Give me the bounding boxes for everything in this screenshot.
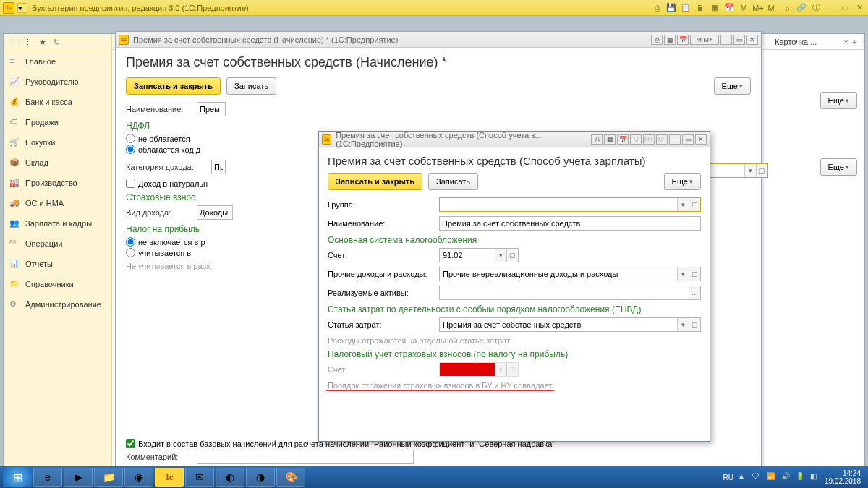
sidebar-item-manager[interactable]: 📈Руководителю bbox=[4, 72, 111, 92]
star-icon[interactable]: ★ bbox=[39, 38, 46, 47]
more-button-right2[interactable]: Еще bbox=[820, 158, 857, 176]
other-income-value[interactable]: Прочие внереализационные доходы и расход… bbox=[440, 270, 677, 278]
print-icon[interactable]: ⎙ bbox=[651, 2, 663, 14]
tray-shield-icon[interactable]: 🛡 bbox=[752, 472, 762, 482]
sidebar-item-assets[interactable]: 🚚ОС и НМА bbox=[4, 193, 111, 213]
table-icon[interactable]: ▦ bbox=[664, 35, 676, 45]
more-button[interactable]: Еще bbox=[714, 77, 751, 95]
sidebar-item-salary[interactable]: 👥Зарплата и кадры bbox=[4, 213, 111, 234]
tray-flag-icon[interactable]: ▲ bbox=[738, 472, 748, 482]
tab-close-icon[interactable]: × bbox=[843, 38, 848, 46]
save-icon[interactable]: 💾 bbox=[665, 2, 677, 14]
task-paint[interactable]: 🎨 bbox=[276, 468, 305, 487]
open-icon[interactable]: ▢ bbox=[689, 318, 700, 331]
m-buttons[interactable]: M M+ bbox=[690, 35, 719, 45]
table-icon[interactable]: ▦ bbox=[604, 134, 616, 145]
tray-battery-icon[interactable]: 🔋 bbox=[796, 472, 806, 482]
sidebar-item-operations[interactable]: ᴬᴷОперации bbox=[4, 234, 111, 254]
task-outlook[interactable]: ✉ bbox=[185, 468, 214, 487]
table-icon[interactable]: ▦ bbox=[709, 2, 720, 14]
sidebar-item-sales[interactable]: 🏷Продажи bbox=[4, 112, 111, 132]
sidebar-item-warehouse[interactable]: 📦Склад bbox=[4, 153, 111, 173]
save-close-button[interactable]: Записать и закрыть bbox=[126, 77, 221, 95]
print-icon[interactable]: ⎙ bbox=[591, 134, 603, 145]
restore-icon[interactable]: ▭ bbox=[839, 2, 851, 14]
task-1c[interactable]: 1c bbox=[155, 468, 184, 487]
save-button[interactable]: Записать bbox=[226, 77, 276, 95]
calendar-icon[interactable]: 📅 bbox=[617, 134, 629, 145]
down-arrow-icon[interactable]: ▾ bbox=[17, 3, 27, 13]
account2-label: Счет: bbox=[328, 365, 435, 374]
task-media[interactable]: ▶ bbox=[64, 468, 93, 487]
task-app2[interactable]: ◑ bbox=[246, 468, 275, 487]
start-button[interactable]: ⊞ bbox=[3, 467, 32, 487]
tray-network-icon[interactable]: 📶 bbox=[767, 472, 777, 482]
minimize-icon[interactable]: — bbox=[720, 35, 732, 45]
compass-icon[interactable]: ⌕ bbox=[781, 2, 793, 14]
more-button-right1[interactable]: Еще bbox=[820, 92, 857, 109]
clock[interactable]: 14:24 19.02.2018 bbox=[825, 469, 861, 485]
maximize-icon[interactable]: ▭ bbox=[733, 35, 745, 45]
chevron-down-icon: ▾ bbox=[495, 363, 506, 376]
task-explorer[interactable]: 📁 bbox=[94, 468, 123, 487]
calc-icon[interactable]: 🖩 bbox=[694, 2, 706, 14]
sidebar-item-catalogs[interactable]: 📁Справочники bbox=[4, 274, 111, 294]
ins-kind-input[interactable] bbox=[197, 205, 233, 220]
task-chrome[interactable]: ◉ bbox=[124, 468, 153, 487]
lang-indicator[interactable]: RU bbox=[723, 474, 733, 481]
sidebar-item-label: Справочники bbox=[25, 280, 74, 288]
save-close-button[interactable]: Записать и закрыть bbox=[328, 173, 422, 190]
copy-icon[interactable]: 📋 bbox=[680, 2, 692, 14]
cost-value[interactable]: Премия за счет собственных средств bbox=[440, 320, 677, 329]
history-icon[interactable]: ↻ bbox=[54, 38, 60, 47]
sidebar-item-reports[interactable]: 📊Отчеты bbox=[4, 254, 111, 274]
m-minus-icon[interactable]: M- bbox=[767, 2, 778, 14]
close-icon[interactable]: ✕ bbox=[746, 35, 758, 45]
close-icon[interactable]: ✕ bbox=[854, 2, 865, 14]
task-ie[interactable]: e bbox=[33, 468, 62, 487]
task-app1[interactable]: ◐ bbox=[216, 468, 244, 487]
chevron-down-icon[interactable]: ▾ bbox=[677, 267, 689, 281]
sidebar-item-production[interactable]: 🏭Производство bbox=[4, 173, 111, 193]
name-input[interactable] bbox=[439, 216, 701, 231]
m-plus-icon[interactable]: M+ bbox=[752, 2, 764, 14]
minus-icon[interactable]: — bbox=[825, 2, 836, 14]
m-icon[interactable]: M bbox=[738, 2, 749, 14]
sidebar-item-purchases[interactable]: 🛒Покупки bbox=[4, 132, 111, 153]
chevron-down-icon[interactable]: ▾ bbox=[744, 164, 756, 177]
open-icon[interactable]: ▢ bbox=[689, 198, 700, 211]
tab-card[interactable]: Карточка ... bbox=[775, 38, 817, 46]
name-input[interactable] bbox=[197, 102, 226, 116]
window1-titlebar[interactable]: 1c Премия за счет собственных средств (Н… bbox=[116, 32, 761, 48]
sidebar-item-bank[interactable]: 💰Банк и касса bbox=[4, 92, 111, 112]
maximize-icon[interactable]: ▭ bbox=[682, 134, 694, 145]
more-button[interactable]: Еще bbox=[664, 173, 701, 190]
system-tray: RU ▲ 🛡 📶 🔊 🔋 ◧ 14:24 19.02.2018 bbox=[723, 469, 865, 485]
tray-misc-icon[interactable]: ◧ bbox=[810, 472, 820, 482]
tray-volume-icon[interactable]: 🔊 bbox=[781, 472, 791, 482]
print-icon[interactable]: ⎙ bbox=[651, 35, 663, 45]
link-icon[interactable]: 🔗 bbox=[796, 2, 807, 14]
apps-icon[interactable]: ⋮⋮⋮ bbox=[8, 38, 32, 47]
ellipsis-icon[interactable]: … bbox=[689, 286, 700, 299]
sidebar-item-main[interactable]: ≡Главное bbox=[4, 51, 111, 72]
income-cat-label: Категория дохода: bbox=[126, 163, 207, 171]
window2-titlebar[interactable]: 1c Премия за счет собственных средств (С… bbox=[319, 132, 710, 147]
chevron-down-icon[interactable]: ▾ bbox=[495, 249, 506, 262]
calendar-icon[interactable]: 📅 bbox=[677, 35, 689, 45]
comment-input[interactable] bbox=[197, 450, 414, 464]
open-icon[interactable]: ▢ bbox=[689, 267, 700, 281]
open-icon[interactable]: ▢ bbox=[506, 249, 518, 262]
minimize-icon[interactable]: — bbox=[669, 134, 681, 145]
calendar-icon[interactable]: 📅 bbox=[723, 2, 735, 14]
chevron-down-icon[interactable]: ▾ bbox=[677, 318, 689, 331]
income-cat-input[interactable] bbox=[211, 160, 226, 174]
info-icon[interactable]: ⓘ bbox=[810, 2, 822, 14]
account-value[interactable]: 91.02 bbox=[440, 251, 495, 260]
tab-add-icon[interactable]: + bbox=[853, 38, 857, 46]
close-icon[interactable]: ✕ bbox=[695, 134, 707, 145]
open-icon[interactable]: ▢ bbox=[756, 164, 767, 177]
chevron-down-icon[interactable]: ▾ bbox=[677, 198, 689, 211]
sidebar-item-admin[interactable]: ⚙Администрирование bbox=[4, 294, 111, 314]
save-button[interactable]: Записать bbox=[428, 173, 478, 190]
